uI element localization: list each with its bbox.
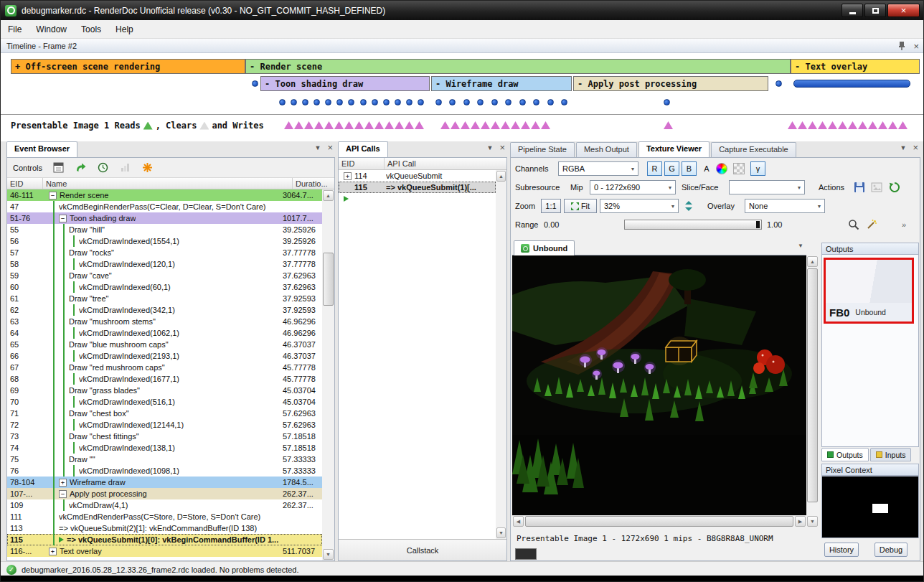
draw-event-dot[interactable] — [252, 80, 258, 87]
scroll-down-icon[interactable]: ▼ — [323, 549, 334, 560]
scrollbar-thumb[interactable] — [807, 268, 818, 502]
checker-background-icon[interactable] — [733, 163, 745, 174]
api-call-row[interactable] — [339, 193, 496, 205]
timer-icon[interactable] — [98, 162, 109, 174]
draw-event-dot[interactable] — [519, 99, 526, 105]
api-call-row[interactable]: +114vkQueueSubmit — [339, 170, 496, 182]
scrollbar-thumb[interactable] — [323, 253, 334, 306]
write-marker-triangle[interactable] — [354, 121, 364, 129]
draw-event-dot[interactable] — [463, 99, 470, 105]
event-row[interactable]: 55Draw "hill"39.25926 — [7, 224, 322, 235]
draw-event-dot[interactable] — [547, 99, 554, 105]
scroll-up-icon[interactable]: ▲ — [323, 190, 334, 201]
collapse-icon[interactable]: − — [59, 490, 67, 498]
overlay-combo[interactable]: None▼ — [745, 199, 825, 213]
write-marker-triangle[interactable] — [461, 121, 470, 129]
event-row[interactable]: 65Draw "blue mushroom caps"46.37037 — [7, 339, 322, 350]
write-marker-triangle[interactable] — [294, 121, 303, 129]
channels-combo[interactable]: RGBA▼ — [558, 161, 638, 176]
write-marker-triangle[interactable] — [440, 121, 450, 129]
draw-event-dot[interactable] — [418, 99, 424, 105]
draw-event-dot[interactable] — [314, 99, 320, 105]
event-row[interactable]: 116-...+Text overlay511.7037 — [7, 545, 322, 557]
panel-menu-icon[interactable]: ▼ — [314, 144, 321, 151]
magnifier-icon[interactable] — [848, 219, 859, 230]
draw-event-dot[interactable] — [291, 99, 297, 105]
menu-file[interactable]: File — [1, 22, 29, 37]
write-marker-triangle[interactable] — [324, 121, 334, 129]
event-row[interactable]: 71Draw "chest box"57.62963 — [7, 408, 322, 419]
draw-event-dot[interactable] — [449, 99, 456, 105]
texture-hscrollbar[interactable]: ◀ ▶ — [512, 515, 806, 527]
scroll-up-icon[interactable]: ▲ — [496, 171, 506, 182]
column-eid[interactable]: EID — [7, 178, 43, 189]
timeline-bar-toon[interactable]: - Toon shading draw — [260, 76, 430, 91]
write-marker-triangle[interactable] — [405, 121, 414, 129]
write-marker-triangle[interactable] — [501, 121, 510, 129]
draw-event-dot[interactable] — [406, 99, 412, 105]
event-column-headers[interactable]: EID Name Duratio... — [7, 177, 334, 189]
draw-event-dot[interactable] — [360, 99, 367, 105]
write-marker-triangle[interactable] — [491, 121, 500, 129]
event-row[interactable]: 67Draw "red mushroom caps"45.77778 — [7, 362, 322, 373]
panel-menu-icon[interactable]: ▼ — [486, 144, 493, 151]
event-row[interactable]: 61Draw "tree"37.92593 — [7, 293, 322, 304]
column-duration[interactable]: Duratio... — [293, 178, 334, 189]
tab-pipeline-state[interactable]: Pipeline State — [510, 142, 575, 157]
panel-close-icon[interactable]: × — [913, 144, 918, 151]
event-row[interactable]: 58vkCmdDrawIndexed(120,1)37.77778 — [7, 258, 322, 270]
expand-icon[interactable]: + — [344, 172, 352, 180]
event-row[interactable]: 46-111−Render scene3064.7... — [7, 189, 322, 201]
event-row[interactable]: 115=> vkQueueSubmit(1)[0]: vkBeginComman… — [7, 534, 322, 545]
api-scrollbar[interactable]: ▲ ▼ — [496, 170, 506, 539]
draw-event-dot[interactable] — [664, 99, 670, 105]
api-column-headers[interactable]: EID API Call — [339, 158, 506, 170]
flip-y-icon[interactable] — [683, 200, 694, 212]
write-marker-triangle[interactable] — [898, 121, 908, 129]
tab-mesh-output[interactable]: Mesh Output — [576, 142, 637, 157]
scroll-right-icon[interactable]: ▶ — [795, 516, 806, 527]
write-marker-triangle[interactable] — [818, 121, 827, 129]
write-marker-triangle[interactable] — [521, 121, 530, 129]
write-marker-triangle[interactable] — [314, 121, 324, 129]
close-button[interactable]: × — [887, 4, 920, 17]
scroll-down-icon[interactable]: ▼ — [807, 516, 818, 527]
write-marker-triangle[interactable] — [374, 121, 384, 129]
event-row[interactable]: 62vkCmdDrawIndexed(342,1)37.92593 — [7, 304, 322, 316]
scroll-up-icon[interactable]: ▲ — [807, 256, 818, 267]
event-row[interactable]: 64vkCmdDrawIndexed(1062,1)46.96296 — [7, 327, 322, 339]
export-image-icon[interactable] — [871, 182, 882, 193]
event-row[interactable]: 72vkCmdDrawIndexed(12144,1)57.62963 — [7, 419, 322, 431]
write-marker-triangle[interactable] — [798, 121, 807, 129]
tab-api-calls[interactable]: API Calls — [338, 141, 388, 157]
write-marker-triangle[interactable] — [451, 121, 460, 129]
event-row[interactable]: 75Draw ""57.33333 — [7, 454, 322, 465]
column-name[interactable]: Name — [43, 178, 293, 189]
zoom-1to1-button[interactable]: 1:1 — [541, 199, 561, 213]
scroll-down-icon[interactable]: ▼ — [496, 527, 506, 538]
write-marker-triangle[interactable] — [511, 121, 520, 129]
event-row[interactable]: 68vkCmdDrawIndexed(1677,1)45.77778 — [7, 373, 322, 385]
range-handle[interactable] — [756, 221, 760, 228]
write-marker-triangle[interactable] — [878, 121, 887, 129]
menu-tools[interactable]: Tools — [74, 22, 108, 37]
timeline-bar-render-scene[interactable]: - Render scene — [245, 59, 791, 74]
render-preview[interactable] — [512, 255, 806, 515]
draw-event-dot[interactable] — [505, 99, 512, 105]
channel-g-button[interactable]: G — [664, 161, 679, 176]
toolbar-overflow-icon[interactable]: » — [902, 220, 906, 229]
write-marker-triangle[interactable] — [848, 121, 857, 129]
draw-event-dot[interactable] — [336, 99, 343, 105]
event-row[interactable]: 47vkCmdBeginRenderPass(C=Clear, D=Clear,… — [7, 201, 322, 212]
panel-close-icon[interactable]: × — [327, 144, 333, 151]
browse-icon[interactable] — [53, 162, 65, 174]
panel-menu-icon[interactable]: ▼ — [900, 144, 906, 151]
timeline-bar-wireframe[interactable]: - Wireframe draw — [431, 76, 572, 91]
maximize-button[interactable] — [864, 4, 886, 17]
fb0-thumbnail[interactable]: FB0 Unbound — [824, 258, 914, 324]
channel-r-button[interactable]: R — [647, 161, 662, 176]
scrollbar-thumb[interactable] — [525, 516, 793, 527]
save-icon[interactable] — [854, 182, 865, 193]
draw-event-dot[interactable] — [302, 99, 308, 105]
auto-fit-wand-icon[interactable] — [866, 219, 877, 230]
